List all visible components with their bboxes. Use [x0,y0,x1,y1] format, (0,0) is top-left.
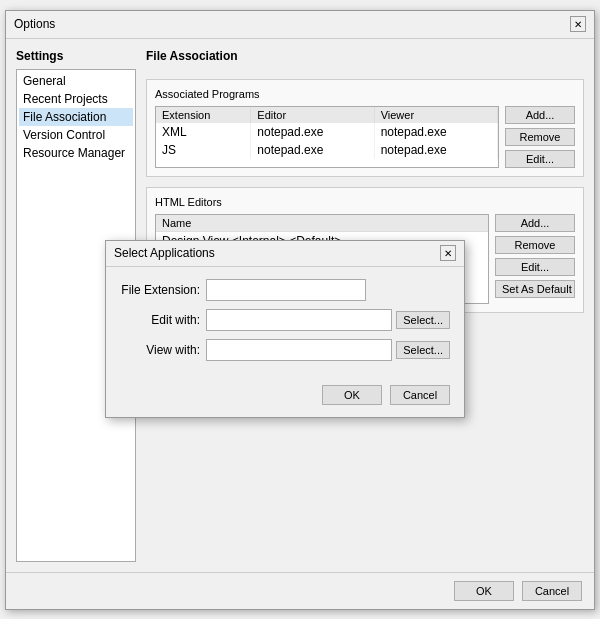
edit-with-input-group: Select... [206,309,450,331]
file-extension-row: File Extension: [120,279,450,301]
editors-set-default-button[interactable]: Set As Default [495,280,575,298]
sidebar-item-recent-projects[interactable]: Recent Projects [19,90,133,108]
bottom-bar: OK Cancel [6,572,594,609]
editors-buttons: Add... Remove Edit... Set As Default [495,214,575,304]
assoc-buttons: Add... Remove Edit... [505,106,575,168]
view-with-input-group: Select... [206,339,450,361]
sidebar-item-file-association[interactable]: File Association [19,108,133,126]
assoc-table: Extension Editor Viewer XML notepad.exe [156,107,498,159]
dialog-body: File Extension: Edit with: Select... Vie… [106,267,464,381]
select-applications-dialog: Select Applications ✕ File Extension: Ed… [105,240,465,418]
edit-with-input[interactable] [206,309,392,331]
col-extension: Extension [156,107,251,123]
editors-edit-button[interactable]: Edit... [495,258,575,276]
col-editor: Editor [251,107,374,123]
editors-remove-button[interactable]: Remove [495,236,575,254]
dialog-cancel-button[interactable]: Cancel [390,385,450,405]
view-with-select-button[interactable]: Select... [396,341,450,359]
row-viewer: notepad.exe [374,141,497,159]
dialog-title: Select Applications [114,246,215,260]
editors-list-header: Name [156,215,488,232]
row-editor: notepad.exe [251,141,374,159]
view-with-input[interactable] [206,339,392,361]
sidebar-item-general[interactable]: General [19,72,133,90]
row-extension: XML [156,123,251,141]
sidebar-title: Settings [16,49,136,63]
dialog-close-button[interactable]: ✕ [440,245,456,261]
cancel-button[interactable]: Cancel [522,581,582,601]
dialog-footer: OK Cancel [106,381,464,417]
sidebar-item-version-control[interactable]: Version Control [19,126,133,144]
dialog-title-bar: Select Applications ✕ [106,241,464,267]
file-extension-input[interactable] [206,279,366,301]
assoc-add-button[interactable]: Add... [505,106,575,124]
table-row[interactable]: JS notepad.exe notepad.exe [156,141,498,159]
assoc-table-wrapper: Extension Editor Viewer XML notepad.exe [155,106,499,168]
edit-with-label: Edit with: [120,313,200,327]
assoc-content: Extension Editor Viewer XML notepad.exe [155,106,575,168]
window-close-button[interactable]: ✕ [570,16,586,32]
table-row[interactable]: XML notepad.exe notepad.exe [156,123,498,141]
editors-add-button[interactable]: Add... [495,214,575,232]
view-with-label: View with: [120,343,200,357]
sidebar-item-resource-manager[interactable]: Resource Manager [19,144,133,162]
assoc-programs-label: Associated Programs [155,88,575,100]
col-viewer: Viewer [374,107,497,123]
row-editor: notepad.exe [251,123,374,141]
html-editors-label: HTML Editors [155,196,575,208]
window-title: Options [14,17,55,31]
assoc-edit-button[interactable]: Edit... [505,150,575,168]
title-bar: Options ✕ [6,11,594,39]
assoc-programs-section: Associated Programs Extension Editor Vie… [146,79,584,177]
assoc-remove-button[interactable]: Remove [505,128,575,146]
main-section-title: File Association [146,49,584,63]
row-extension: JS [156,141,251,159]
row-viewer: notepad.exe [374,123,497,141]
ok-button[interactable]: OK [454,581,514,601]
file-extension-label: File Extension: [120,283,200,297]
edit-with-row: Edit with: Select... [120,309,450,331]
edit-with-select-button[interactable]: Select... [396,311,450,329]
dialog-ok-button[interactable]: OK [322,385,382,405]
view-with-row: View with: Select... [120,339,450,361]
